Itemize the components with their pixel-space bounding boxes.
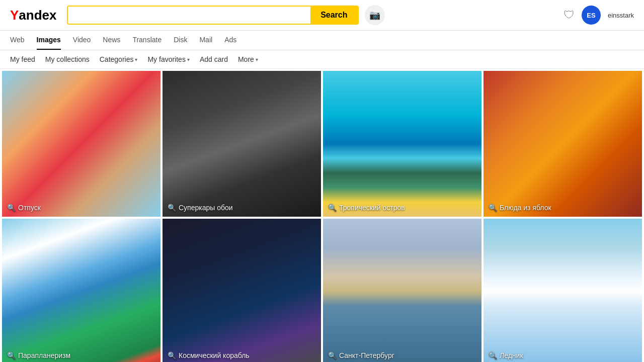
image-label-spacecraft: 🔍 Космический корабль [168, 351, 250, 359]
image-card-cathedral[interactable]: 🔍 Санкт-Петербург [323, 219, 481, 362]
image-card-car[interactable]: 🔍 Суперкары обои [163, 71, 321, 217]
chevron-down-icon: ▾ [187, 57, 190, 62]
header: Yandex Search 📷 🛡 ES einsstark [0, 0, 644, 31]
image-label-island: 🔍 Тропический остров [328, 204, 405, 212]
camera-search-button[interactable]: 📷 [365, 5, 385, 25]
shield-icon[interactable]: 🛡 [564, 9, 575, 22]
logo-rest: andex [19, 8, 56, 23]
camera-icon: 📷 [369, 10, 380, 21]
sub-nav-my-feed[interactable]: My feed [10, 55, 35, 63]
chevron-down-icon: ▾ [135, 57, 137, 62]
image-card-paragliding[interactable]: 🔍 Парапланеризм [2, 219, 160, 362]
search-bar: Search [67, 6, 359, 25]
logo[interactable]: Yandex [10, 8, 57, 23]
search-icon: 🔍 [489, 351, 497, 359]
search-icon: 🔍 [328, 204, 337, 212]
search-icon: 🔍 [328, 351, 337, 359]
search-icon: 🔍 [168, 351, 176, 359]
nav-tabs: Web Images Video News Translate Disk Mai… [0, 31, 644, 50]
chevron-down-icon: ▾ [256, 57, 258, 62]
image-card-spacecraft[interactable]: 🔍 Космический корабль [163, 219, 321, 362]
search-icon: 🔍 [168, 204, 176, 212]
logo-y: Y [10, 8, 19, 23]
image-label-paragliding: 🔍 Парапланеризм [7, 351, 70, 359]
tab-news[interactable]: News [103, 31, 120, 50]
avatar[interactable]: ES [582, 6, 601, 25]
tab-translate[interactable]: Translate [132, 31, 162, 50]
image-label-glacier: 🔍 Ледник [489, 351, 523, 359]
search-icon: 🔍 [7, 204, 16, 212]
sub-nav-more[interactable]: More ▾ [238, 55, 258, 63]
image-card-glacier[interactable]: 🔍 Ледник [484, 219, 642, 362]
image-label-vacation: 🔍 Отпуск [7, 204, 41, 212]
search-icon: 🔍 [489, 204, 497, 212]
tab-images[interactable]: Images [37, 31, 61, 50]
sub-nav-my-favorites[interactable]: My favorites ▾ [147, 55, 189, 63]
image-card-apples[interactable]: 🔍 Блюда из яблок [484, 71, 642, 217]
image-label-apples: 🔍 Блюда из яблок [489, 204, 551, 212]
tab-disk[interactable]: Disk [174, 31, 187, 50]
username[interactable]: einsstark [608, 12, 634, 19]
image-grid: 🔍 Отпуск 🔍 Суперкары обои 🔍 Тропический … [0, 69, 644, 362]
image-label-cathedral: 🔍 Санкт-Петербург [328, 351, 394, 359]
sub-nav: My feed My collections Categories ▾ My f… [0, 50, 644, 69]
tab-mail[interactable]: Mail [199, 31, 212, 50]
header-right: 🛡 ES einsstark [564, 6, 634, 25]
sub-nav-my-collections[interactable]: My collections [45, 55, 90, 63]
tab-ads[interactable]: Ads [224, 31, 236, 50]
image-card-vacation[interactable]: 🔍 Отпуск [2, 71, 160, 217]
search-icon: 🔍 [7, 351, 16, 359]
search-button[interactable]: Search [310, 7, 357, 24]
image-card-island[interactable]: 🔍 Тропический остров [323, 71, 481, 217]
sub-nav-categories[interactable]: Categories ▾ [100, 55, 138, 63]
image-label-car: 🔍 Суперкары обои [168, 204, 233, 212]
sub-nav-add-card[interactable]: Add card [200, 55, 228, 63]
tab-video[interactable]: Video [73, 31, 91, 50]
tab-web[interactable]: Web [10, 31, 25, 50]
search-input[interactable] [68, 7, 311, 24]
